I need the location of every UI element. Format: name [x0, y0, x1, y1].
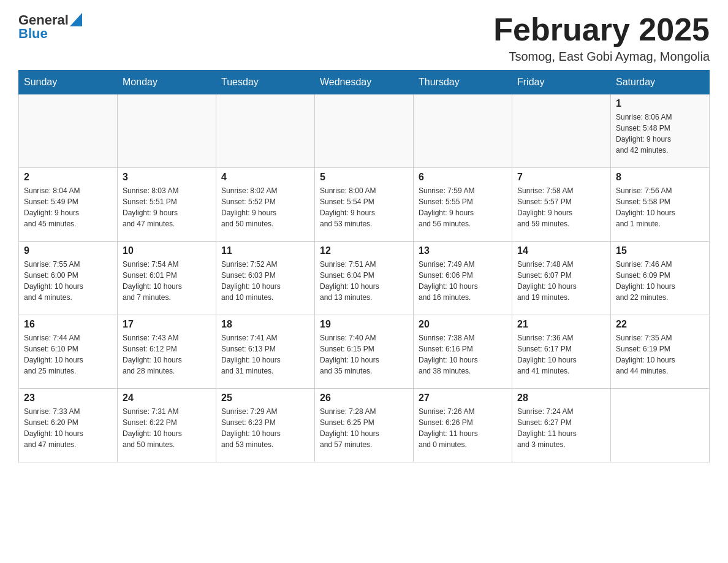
day-number: 26 [320, 393, 408, 404]
day-info: Sunrise: 7:31 AM Sunset: 6:22 PM Dayligh… [123, 406, 211, 450]
calendar-cell [118, 94, 216, 168]
day-info: Sunrise: 7:24 AM Sunset: 6:27 PM Dayligh… [517, 406, 605, 450]
calendar-cell: 24Sunrise: 7:31 AM Sunset: 6:22 PM Dayli… [118, 389, 216, 462]
calendar-cell [611, 389, 710, 462]
weekday-header-saturday: Saturday [611, 71, 710, 94]
day-info: Sunrise: 7:51 AM Sunset: 6:04 PM Dayligh… [320, 259, 408, 303]
location-subtitle: Tsomog, East Gobi Aymag, Mongolia [493, 50, 710, 64]
weekday-header-friday: Friday [512, 71, 611, 94]
day-number: 25 [221, 393, 309, 404]
day-info: Sunrise: 7:26 AM Sunset: 6:26 PM Dayligh… [419, 406, 507, 450]
day-info: Sunrise: 7:28 AM Sunset: 6:25 PM Dayligh… [320, 406, 408, 450]
day-info: Sunrise: 8:02 AM Sunset: 5:52 PM Dayligh… [221, 185, 309, 229]
calendar-week-3: 9Sunrise: 7:55 AM Sunset: 6:00 PM Daylig… [19, 242, 710, 315]
day-number: 16 [24, 319, 112, 330]
day-info: Sunrise: 8:06 AM Sunset: 5:48 PM Dayligh… [616, 112, 704, 156]
calendar-cell: 10Sunrise: 7:54 AM Sunset: 6:01 PM Dayli… [118, 242, 216, 315]
day-info: Sunrise: 7:29 AM Sunset: 6:23 PM Dayligh… [221, 406, 309, 450]
logo: General Blue [18, 12, 82, 42]
day-number: 2 [24, 172, 112, 183]
day-number: 18 [221, 319, 309, 330]
calendar-cell: 28Sunrise: 7:24 AM Sunset: 6:27 PM Dayli… [512, 389, 611, 462]
day-info: Sunrise: 7:58 AM Sunset: 5:57 PM Dayligh… [517, 185, 605, 229]
day-number: 23 [24, 393, 112, 404]
day-info: Sunrise: 7:56 AM Sunset: 5:58 PM Dayligh… [616, 185, 704, 229]
calendar-cell [512, 94, 611, 168]
calendar-header-row: SundayMondayTuesdayWednesdayThursdayFrid… [19, 71, 710, 94]
day-info: Sunrise: 7:40 AM Sunset: 6:15 PM Dayligh… [320, 332, 408, 377]
day-number: 4 [221, 172, 309, 183]
logo-blue-text: Blue [18, 26, 48, 42]
weekday-header-sunday: Sunday [19, 71, 118, 94]
calendar-cell [315, 94, 414, 168]
day-info: Sunrise: 7:46 AM Sunset: 6:09 PM Dayligh… [616, 259, 704, 303]
calendar-week-4: 16Sunrise: 7:44 AM Sunset: 6:10 PM Dayli… [19, 315, 710, 389]
calendar-week-5: 23Sunrise: 7:33 AM Sunset: 6:20 PM Dayli… [19, 389, 710, 462]
day-number: 8 [616, 172, 704, 183]
calendar-cell: 21Sunrise: 7:36 AM Sunset: 6:17 PM Dayli… [512, 315, 611, 389]
calendar-cell: 17Sunrise: 7:43 AM Sunset: 6:12 PM Dayli… [118, 315, 216, 389]
day-number: 27 [419, 393, 507, 404]
day-info: Sunrise: 7:59 AM Sunset: 5:55 PM Dayligh… [419, 185, 507, 229]
calendar-cell: 4Sunrise: 8:02 AM Sunset: 5:52 PM Daylig… [216, 168, 315, 242]
calendar-cell: 18Sunrise: 7:41 AM Sunset: 6:13 PM Dayli… [216, 315, 315, 389]
day-info: Sunrise: 7:33 AM Sunset: 6:20 PM Dayligh… [24, 406, 112, 450]
calendar-cell: 26Sunrise: 7:28 AM Sunset: 6:25 PM Dayli… [315, 389, 414, 462]
day-info: Sunrise: 7:49 AM Sunset: 6:06 PM Dayligh… [419, 259, 507, 303]
weekday-header-monday: Monday [118, 71, 216, 94]
day-number: 15 [616, 245, 704, 256]
calendar-week-1: 1Sunrise: 8:06 AM Sunset: 5:48 PM Daylig… [19, 94, 710, 168]
day-number: 13 [419, 245, 507, 256]
calendar-cell [216, 94, 315, 168]
calendar-cell: 16Sunrise: 7:44 AM Sunset: 6:10 PM Dayli… [19, 315, 118, 389]
calendar-week-2: 2Sunrise: 8:04 AM Sunset: 5:49 PM Daylig… [19, 168, 710, 242]
day-number: 12 [320, 245, 408, 256]
day-info: Sunrise: 8:03 AM Sunset: 5:51 PM Dayligh… [123, 185, 211, 229]
day-number: 5 [320, 172, 408, 183]
day-info: Sunrise: 8:04 AM Sunset: 5:49 PM Dayligh… [24, 185, 112, 229]
calendar-cell: 15Sunrise: 7:46 AM Sunset: 6:09 PM Dayli… [611, 242, 710, 315]
weekday-header-thursday: Thursday [414, 71, 512, 94]
day-info: Sunrise: 7:54 AM Sunset: 6:01 PM Dayligh… [123, 259, 211, 303]
weekday-header-wednesday: Wednesday [315, 71, 414, 94]
day-info: Sunrise: 7:52 AM Sunset: 6:03 PM Dayligh… [221, 259, 309, 303]
calendar-cell: 27Sunrise: 7:26 AM Sunset: 6:26 PM Dayli… [414, 389, 512, 462]
day-number: 6 [419, 172, 507, 183]
day-info: Sunrise: 7:48 AM Sunset: 6:07 PM Dayligh… [517, 259, 605, 303]
day-number: 24 [123, 393, 211, 404]
day-number: 10 [123, 245, 211, 256]
calendar-cell: 13Sunrise: 7:49 AM Sunset: 6:06 PM Dayli… [414, 242, 512, 315]
calendar-cell: 11Sunrise: 7:52 AM Sunset: 6:03 PM Dayli… [216, 242, 315, 315]
day-number: 9 [24, 245, 112, 256]
calendar-cell: 20Sunrise: 7:38 AM Sunset: 6:16 PM Dayli… [414, 315, 512, 389]
calendar-table: SundayMondayTuesdayWednesdayThursdayFrid… [18, 70, 710, 462]
calendar-cell: 5Sunrise: 8:00 AM Sunset: 5:54 PM Daylig… [315, 168, 414, 242]
svg-marker-0 [70, 13, 82, 26]
calendar-cell: 2Sunrise: 8:04 AM Sunset: 5:49 PM Daylig… [19, 168, 118, 242]
day-info: Sunrise: 7:38 AM Sunset: 6:16 PM Dayligh… [419, 332, 507, 377]
month-title: February 2025 [493, 12, 710, 47]
calendar-cell: 1Sunrise: 8:06 AM Sunset: 5:48 PM Daylig… [611, 94, 710, 168]
day-number: 21 [517, 319, 605, 330]
weekday-header-tuesday: Tuesday [216, 71, 315, 94]
page-header: General Blue February 2025 Tsomog, East … [18, 12, 710, 64]
calendar-cell: 23Sunrise: 7:33 AM Sunset: 6:20 PM Dayli… [19, 389, 118, 462]
calendar-cell: 14Sunrise: 7:48 AM Sunset: 6:07 PM Dayli… [512, 242, 611, 315]
title-section: February 2025 Tsomog, East Gobi Aymag, M… [493, 12, 710, 64]
day-info: Sunrise: 7:35 AM Sunset: 6:19 PM Dayligh… [616, 332, 704, 377]
calendar-cell: 9Sunrise: 7:55 AM Sunset: 6:00 PM Daylig… [19, 242, 118, 315]
day-number: 22 [616, 319, 704, 330]
day-info: Sunrise: 7:44 AM Sunset: 6:10 PM Dayligh… [24, 332, 112, 377]
day-number: 14 [517, 245, 605, 256]
day-number: 17 [123, 319, 211, 330]
calendar-cell: 22Sunrise: 7:35 AM Sunset: 6:19 PM Dayli… [611, 315, 710, 389]
calendar-cell: 7Sunrise: 7:58 AM Sunset: 5:57 PM Daylig… [512, 168, 611, 242]
day-number: 19 [320, 319, 408, 330]
day-number: 11 [221, 245, 309, 256]
calendar-cell [414, 94, 512, 168]
day-number: 7 [517, 172, 605, 183]
day-number: 20 [419, 319, 507, 330]
calendar-cell: 8Sunrise: 7:56 AM Sunset: 5:58 PM Daylig… [611, 168, 710, 242]
day-number: 1 [616, 98, 704, 109]
logo-triangle-icon [70, 13, 82, 26]
